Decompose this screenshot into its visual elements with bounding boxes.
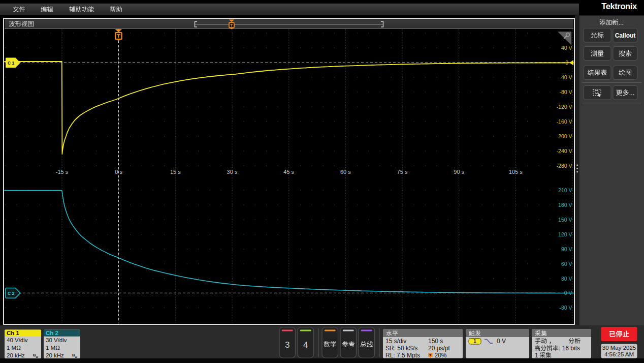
svg-text:-120 V: -120 V	[557, 104, 572, 110]
svg-text:40 V: 40 V	[561, 45, 572, 51]
svg-text:45 s: 45 s	[283, 169, 294, 175]
svg-text:-280 V: -280 V	[557, 163, 572, 169]
svg-text:20 kHz: 20 kHz	[7, 352, 25, 358]
svg-text:-80 V: -80 V	[559, 89, 572, 95]
svg-text:1: 1	[473, 338, 476, 344]
svg-text:C 2: C 2	[8, 291, 15, 296]
svg-text:RL: 7.5 Mpts: RL: 7.5 Mpts	[385, 352, 420, 359]
svg-text:-30 V: -30 V	[559, 305, 572, 311]
svg-text:-40 V: -40 V	[559, 74, 572, 80]
svg-text:0: 0	[565, 59, 568, 66]
svg-text:-15 s: -15 s	[56, 169, 69, 175]
svg-text:20 µs/pt: 20 µs/pt	[428, 345, 450, 352]
svg-text:1: 1	[535, 352, 538, 359]
svg-text:w: w	[36, 355, 39, 358]
svg-text:C 1: C 1	[8, 60, 15, 66]
svg-text:60 s: 60 s	[340, 169, 351, 175]
svg-text:30 V/div: 30 V/div	[46, 337, 67, 343]
svg-text:150 V: 150 V	[558, 217, 572, 223]
svg-text:20 kHz: 20 kHz	[46, 352, 64, 358]
svg-text:30 May 2025: 30 May 2025	[602, 345, 636, 351]
svg-text:180 V: 180 V	[558, 202, 572, 208]
svg-text:90 s: 90 s	[454, 169, 464, 175]
svg-text:90 V: 90 V	[561, 246, 572, 252]
svg-text:Callout: Callout	[615, 32, 636, 39]
svg-text:w: w	[75, 355, 78, 358]
svg-text:-160 V: -160 V	[557, 118, 572, 125]
svg-text:SR: 50 kS/s: SR: 50 kS/s	[385, 345, 417, 352]
svg-text:Ch 2: Ch 2	[46, 330, 58, 336]
svg-text:20%: 20%	[435, 352, 447, 359]
svg-text:210 V: 210 V	[558, 187, 572, 193]
svg-text:120 V: 120 V	[558, 231, 572, 237]
svg-text:60 V: 60 V	[561, 261, 572, 267]
svg-text:4:56:25 AM: 4:56:25 AM	[604, 351, 634, 357]
svg-text:1 MΩ: 1 MΩ	[7, 345, 21, 351]
svg-text:150 s: 150 s	[428, 338, 443, 345]
svg-text:15 s: 15 s	[170, 169, 181, 175]
svg-text:: 16 bits: : 16 bits	[559, 345, 580, 352]
svg-text:Tektronix: Tektronix	[601, 2, 637, 11]
svg-text:0 V: 0 V	[564, 290, 572, 296]
svg-text:-240 V: -240 V	[557, 148, 572, 154]
svg-text:0 V: 0 V	[497, 338, 506, 345]
svg-text:75 s: 75 s	[397, 169, 408, 175]
svg-text:Ch 1: Ch 1	[7, 330, 20, 336]
svg-text:-200 V: -200 V	[557, 133, 572, 139]
svg-text:4: 4	[303, 340, 308, 350]
svg-text:3: 3	[285, 340, 289, 350]
svg-text:40 V/div: 40 V/div	[7, 337, 28, 343]
svg-text:15 s/div: 15 s/div	[385, 338, 406, 345]
svg-text:0 s: 0 s	[115, 169, 122, 175]
svg-text:1 MΩ: 1 MΩ	[46, 345, 60, 351]
svg-text:30 s: 30 s	[227, 169, 238, 175]
svg-text:30 V: 30 V	[561, 276, 572, 282]
svg-text:105 s: 105 s	[509, 169, 523, 175]
